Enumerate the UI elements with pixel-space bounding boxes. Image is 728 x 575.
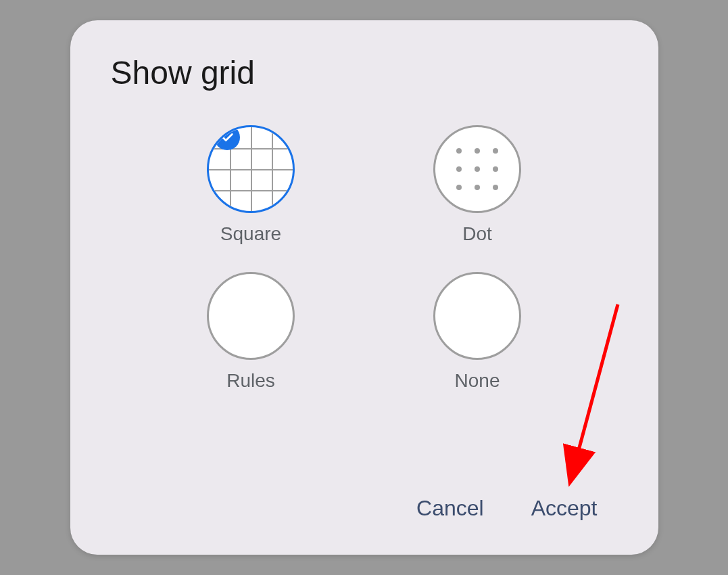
grid-option-none[interactable]: None (391, 272, 564, 392)
option-label: Rules (226, 370, 275, 392)
none-icon (433, 272, 521, 360)
dot-icon (433, 125, 521, 213)
cancel-button[interactable]: Cancel (416, 496, 484, 521)
checkmark-icon (214, 125, 240, 150)
dialog-buttons: Cancel Accept (111, 496, 618, 528)
option-label: Square (220, 223, 281, 245)
option-label: None (455, 370, 500, 392)
accept-button[interactable]: Accept (531, 496, 598, 521)
grid-option-dot[interactable]: Dot (391, 125, 564, 245)
rules-icon (207, 272, 295, 360)
grid-options: Square Dot Rules (111, 125, 618, 496)
option-label: Dot (462, 223, 492, 245)
grid-option-square[interactable]: Square (165, 125, 337, 245)
square-icon (207, 125, 295, 213)
dialog-title: Show grid (111, 54, 618, 91)
grid-option-rules[interactable]: Rules (165, 272, 337, 392)
show-grid-dialog: Show grid Square (70, 20, 658, 555)
